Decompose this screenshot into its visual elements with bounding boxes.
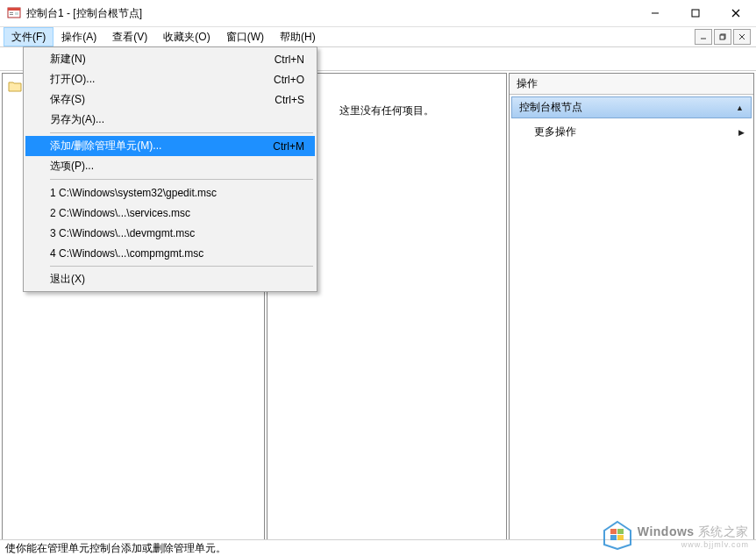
mdi-restore-button[interactable] (714, 29, 731, 45)
mdi-minimize-button[interactable] (695, 29, 712, 45)
dd-label: 3 C:\Windows\...\devmgmt.msc (50, 227, 304, 239)
app-icon (7, 6, 21, 20)
window-title: 控制台1 - [控制台根节点] (26, 6, 635, 21)
svg-rect-15 (610, 529, 617, 534)
actions-section-title[interactable]: 控制台根节点 ▲ (511, 96, 752, 118)
menu-favorites[interactable]: 收藏夹(O) (155, 27, 218, 46)
mdi-controls (695, 29, 751, 45)
dd-label: 选项(P)... (50, 159, 304, 174)
dd-label: 另存为(A)... (50, 112, 304, 127)
mdi-close-button[interactable] (733, 29, 751, 45)
chevron-right-icon: ▶ (738, 128, 745, 137)
menu-item-open[interactable]: 打开(O)... Ctrl+O (25, 69, 315, 89)
folder-icon (8, 81, 22, 92)
svg-rect-11 (720, 35, 724, 39)
menu-item-save[interactable]: 保存(S) Ctrl+S (25, 89, 315, 110)
menu-view[interactable]: 查看(V) (104, 27, 155, 46)
menu-separator (50, 266, 313, 267)
collapse-icon: ▲ (736, 103, 744, 112)
dd-shortcut: Ctrl+N (275, 53, 304, 66)
watermark-main1: Windows (638, 524, 695, 538)
svg-rect-18 (617, 535, 624, 540)
dd-label: 退出(X) (50, 272, 304, 287)
menu-item-recent-2[interactable]: 2 C:\Windows\...\services.msc (25, 203, 315, 223)
menu-item-recent-4[interactable]: 4 C:\Windows\...\compmgmt.msc (25, 243, 315, 263)
dd-shortcut: Ctrl+M (273, 140, 304, 153)
menu-item-recent-1[interactable]: 1 C:\Windows\system32\gpedit.msc (25, 182, 315, 203)
title-bar: 控制台1 - [控制台根节点] (0, 0, 756, 27)
close-button[interactable] (716, 0, 756, 26)
menu-label: 帮助(H) (280, 30, 316, 45)
menu-label: 操作(A) (61, 30, 96, 45)
svg-rect-17 (610, 535, 617, 540)
menu-separator (50, 179, 313, 180)
actions-header: 操作 (510, 74, 753, 95)
empty-message: 这里没有任何项目。 (339, 103, 434, 540)
actions-more-label: 更多操作 (534, 125, 576, 139)
dd-label: 打开(O)... (50, 72, 274, 87)
svg-rect-2 (10, 12, 13, 13)
menu-help[interactable]: 帮助(H) (272, 27, 324, 46)
svg-rect-6 (692, 10, 699, 17)
svg-rect-1 (8, 8, 20, 11)
watermark-main2: 系统之家 (695, 524, 749, 538)
minimize-button[interactable] (635, 0, 675, 26)
dd-shortcut: Ctrl+S (275, 94, 304, 106)
menu-item-recent-3[interactable]: 3 C:\Windows\...\devmgmt.msc (25, 223, 315, 243)
dd-label: 保存(S) (50, 92, 275, 107)
menu-window[interactable]: 窗口(W) (218, 27, 272, 46)
menu-item-options[interactable]: 选项(P)... (25, 156, 315, 176)
menu-item-exit[interactable]: 退出(X) (25, 269, 315, 289)
menu-separator (50, 132, 313, 133)
watermark-sub: www.bjjmlv.com (638, 540, 749, 549)
maximize-button[interactable] (675, 0, 716, 26)
menu-action[interactable]: 操作(A) (53, 27, 104, 46)
watermark-text: Windows 系统之家 www.bjjmlv.com (638, 524, 749, 549)
actions-section-label: 控制台根节点 (519, 100, 582, 115)
menu-label: 窗口(W) (226, 30, 264, 45)
dd-label: 4 C:\Windows\...\compmgmt.msc (50, 247, 304, 260)
dd-label: 1 C:\Windows\system32\gpedit.msc (50, 187, 304, 199)
menu-item-add-remove-snapin[interactable]: 添加/删除管理单元(M)... Ctrl+M (25, 136, 315, 156)
dd-label: 2 C:\Windows\...\services.msc (50, 207, 304, 219)
dd-shortcut: Ctrl+O (274, 74, 304, 86)
menu-label: 文件(F) (11, 30, 46, 45)
file-menu-dropdown: 新建(N) Ctrl+N 打开(O)... Ctrl+O 保存(S) Ctrl+… (23, 46, 317, 292)
menu-label: 收藏夹(O) (163, 30, 210, 45)
actions-panel: 操作 控制台根节点 ▲ 更多操作 ▶ (509, 73, 754, 541)
menu-label: 查看(V) (112, 30, 147, 45)
menu-item-save-as[interactable]: 另存为(A)... (25, 110, 315, 130)
svg-rect-4 (15, 12, 18, 15)
status-text: 使你能在管理单元控制台添加或删除管理单元。 (5, 541, 226, 556)
watermark: Windows 系统之家 www.bjjmlv.com (603, 520, 749, 552)
windows-logo-icon (603, 520, 632, 552)
dd-label: 添加/删除管理单元(M)... (50, 139, 273, 153)
svg-rect-3 (10, 14, 13, 15)
menu-file[interactable]: 文件(F) (4, 27, 53, 46)
svg-rect-16 (617, 529, 624, 534)
actions-more-item[interactable]: 更多操作 ▶ (510, 120, 753, 144)
menu-bar: 文件(F) 操作(A) 查看(V) 收藏夹(O) 窗口(W) 帮助(H) (0, 27, 756, 46)
menu-item-new[interactable]: 新建(N) Ctrl+N (25, 49, 315, 69)
dd-label: 新建(N) (50, 52, 275, 67)
